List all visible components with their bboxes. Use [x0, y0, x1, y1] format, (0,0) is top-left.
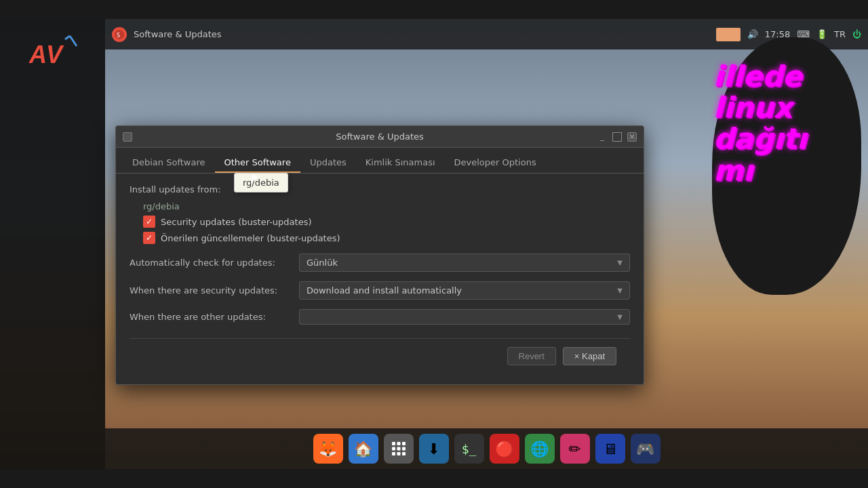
form-label-security-updates: When there are security updates:	[130, 285, 292, 296]
taskbar-color-block	[716, 28, 741, 41]
svg-rect-7	[397, 442, 400, 445]
software-updates-dialog: Software & Updates _ × Debian Software O…	[115, 125, 644, 385]
taskbar-title: Software & Updates	[134, 29, 222, 39]
kapat-button[interactable]: × Kapat	[563, 347, 616, 365]
checkbox-security-label: Security updates (buster-updates)	[161, 217, 312, 227]
dock-icon-monitor[interactable]: 🖥	[595, 434, 625, 464]
svg-rect-10	[397, 447, 400, 451]
dock-icon-firefox[interactable]: 🦊	[313, 434, 343, 464]
dock-icon-globe[interactable]: 🌐	[525, 434, 555, 464]
desktop: A V S Software & Updates 🔊 17:58 ⌨ 🔋 TR …	[0, 0, 868, 488]
checkbox-row-recommended: ✓ Önerilen güncellemeler (buster-updates…	[143, 232, 630, 244]
svg-rect-6	[392, 442, 395, 445]
tab-debian-software[interactable]: Debian Software	[123, 153, 215, 173]
svg-rect-11	[402, 447, 406, 451]
dialog-content: Install updates from: rg/debia ✓ Securit…	[116, 174, 644, 384]
svg-text:V: V	[46, 41, 64, 68]
dock-icon-apps[interactable]	[384, 434, 414, 464]
security-updates-dropdown[interactable]: Download and install automatically ▼	[299, 281, 630, 300]
overlay-line-3: dağıtı	[713, 123, 856, 155]
svg-line-3	[70, 36, 77, 46]
dock-icon-terminal[interactable]: $_	[454, 434, 484, 464]
form-label-other-updates: When there are other updates:	[130, 312, 292, 322]
other-updates-dropdown[interactable]: ▼	[299, 309, 630, 325]
tab-other-software[interactable]: Other Software	[215, 153, 300, 173]
dialog-minimize-area	[123, 132, 132, 142]
dock: 🦊 🏠 ⬇ $_ 🔴 🌐 ✏ 🖥 🎮	[105, 428, 868, 469]
overlay-text: illede linux dağıtı mı	[713, 61, 856, 186]
checkbox-recommended-icon[interactable]: ✓	[143, 232, 155, 244]
overlay-line-2: linux	[713, 92, 856, 123]
close-button[interactable]: ×	[627, 132, 637, 142]
other-updates-arrow: ▼	[617, 313, 623, 321]
auto-check-dropdown[interactable]: Günlük ▼	[299, 253, 630, 272]
section-label: Install updates from:	[130, 184, 630, 195]
revert-button[interactable]: Revert	[507, 347, 556, 365]
dialog-title: Software & Updates	[123, 131, 637, 142]
dialog-titlebar: Software & Updates _ ×	[116, 126, 644, 148]
tab-developer-options[interactable]: Developer Options	[445, 153, 546, 173]
overlay-line-1: illede	[713, 61, 856, 92]
tab-updates[interactable]: Updates	[300, 153, 356, 173]
taskbar-app-icon: S	[112, 27, 127, 42]
dialog-tabs: Debian Software Other Software Updates K…	[116, 148, 644, 174]
taskbar-language: TR	[834, 29, 846, 39]
svg-text:A: A	[28, 41, 47, 68]
repo-label: rg/debia	[143, 201, 630, 211]
dock-icon-pencil[interactable]: ✏	[560, 434, 590, 464]
form-row-auto-check: Automatically check for updates: Günlük …	[130, 253, 630, 272]
checkbox-row-security: ✓ Security updates (buster-updates)	[143, 216, 630, 228]
minimize-button[interactable]: _	[597, 132, 607, 142]
dialog-controls: _ ×	[597, 132, 637, 142]
overlay-line-4: mı	[713, 155, 856, 186]
power-icon: ⏻	[852, 29, 861, 39]
form-row-security-updates: When there are security updates: Downloa…	[130, 281, 630, 300]
checkbox-recommended-label: Önerilen güncellemeler (buster-updates)	[161, 233, 340, 243]
svg-rect-9	[392, 447, 395, 451]
svg-rect-12	[392, 452, 395, 455]
dock-icon-home[interactable]: 🏠	[349, 434, 378, 464]
tooltip-box: rg/debia	[234, 173, 288, 192]
checkbox-security-icon[interactable]: ✓	[143, 216, 155, 228]
dock-icon-red[interactable]: 🔴	[490, 434, 519, 464]
sidebar: A V	[0, 19, 105, 469]
svg-rect-13	[397, 452, 400, 455]
dialog-footer: Revert × Kapat	[130, 338, 630, 373]
svg-text:S: S	[117, 33, 120, 39]
window-taskbar: S Software & Updates 🔊 17:58 ⌨ 🔋 TR ⏻	[105, 19, 868, 49]
tab-kimlik-sinamasi[interactable]: Kimlik Sınaması	[356, 153, 445, 173]
svg-rect-14	[402, 452, 406, 455]
svg-rect-8	[402, 442, 406, 445]
bottom-bar	[0, 469, 868, 488]
form-label-auto-check: Automatically check for updates:	[130, 258, 292, 268]
volume-icon: 🔊	[747, 29, 758, 39]
battery-icon: 🔋	[816, 29, 827, 39]
restore-button[interactable]	[612, 132, 622, 142]
logo-icon: A V	[26, 33, 80, 73]
form-row-other-updates: When there are other updates: ▼	[130, 309, 630, 325]
auto-check-arrow: ▼	[617, 259, 623, 266]
dock-icon-download[interactable]: ⬇	[419, 434, 449, 464]
top-bar	[0, 0, 868, 19]
dock-icon-game[interactable]: 🎮	[631, 434, 660, 464]
security-updates-arrow: ▼	[617, 287, 623, 294]
